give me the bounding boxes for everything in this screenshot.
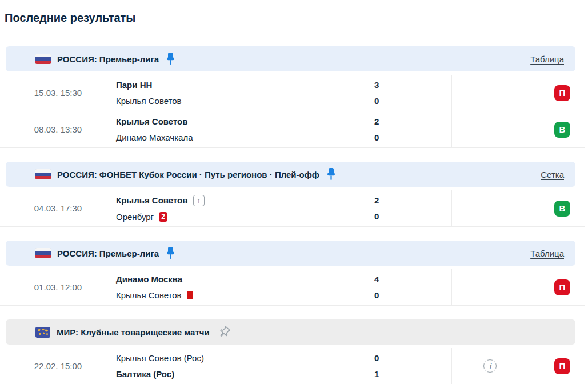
away-score: 0	[374, 290, 451, 301]
away-score: 0	[374, 132, 451, 143]
red-card-count-badge: 2	[159, 212, 167, 222]
league-title[interactable]: МИР: Клубные товарищеские матчи	[57, 327, 210, 337]
away-team: Балтика (Рос)	[116, 369, 374, 379]
away-team: Оренбург 2	[116, 211, 374, 222]
match-row[interactable]: 22.02. 15:00 Крылья Советов (Рос) Балтик…	[0, 348, 585, 384]
russia-flag-icon	[35, 169, 51, 179]
league-section: РОССИЯ: Премьер-лига Таблица 01.03. 12:0…	[0, 241, 585, 306]
team-name[interactable]: Оренбург	[116, 211, 154, 222]
league-section: РОССИЯ: ФОНБЕТ Кубок России · Путь регио…	[0, 162, 585, 227]
arrow-up-icon: ↑	[193, 195, 205, 206]
league-title[interactable]: РОССИЯ: ФОНБЕТ Кубок России · Путь регио…	[57, 170, 319, 179]
away-team: Динамо Махачкала	[116, 132, 374, 143]
pushpin-icon[interactable]	[165, 53, 176, 65]
team-name[interactable]: Крылья Советов	[116, 95, 182, 106]
away-team: Крылья Советов	[116, 95, 374, 106]
team-name[interactable]: Крылья Советов (Рос)	[116, 353, 204, 363]
away-score: 1	[374, 369, 451, 379]
results-panel: Последние результаты РОССИЯ: Премьер-лиг…	[0, 0, 585, 384]
page-title: Последние результаты	[0, 0, 585, 25]
info-icon[interactable]: i	[483, 359, 497, 373]
away-team: Крылья Советов	[116, 290, 374, 301]
result-badge-loss[interactable]: П	[554, 85, 570, 101]
team-name[interactable]: Крылья Советов	[116, 195, 188, 206]
team-name[interactable]: Динамо Махачкала	[116, 132, 193, 143]
league-header[interactable]: РОССИЯ: Премьер-лига Таблица	[6, 46, 575, 71]
home-team: Пари НН	[116, 79, 374, 90]
league-section: РОССИЯ: Премьер-лига Таблица 15.03. 15:3…	[0, 46, 585, 148]
home-team: Динамо Москва	[116, 274, 374, 285]
world-flag-icon	[35, 327, 50, 338]
league-title[interactable]: РОССИЯ: Премьер-лига	[57, 249, 159, 258]
red-card-icon	[187, 291, 193, 299]
result-badge-win[interactable]: В	[554, 122, 570, 138]
home-team: Крылья Советов ↑	[116, 195, 374, 206]
team-name[interactable]: Крылья Советов	[116, 116, 188, 127]
home-score: 2	[374, 116, 451, 127]
russia-flag-icon	[35, 54, 51, 64]
pushpin-outline-icon[interactable]	[215, 323, 233, 341]
result-badge-loss[interactable]: П	[554, 279, 570, 295]
home-score: 4	[374, 274, 451, 285]
pushpin-icon[interactable]	[326, 168, 337, 181]
away-score: 0	[374, 211, 451, 222]
league-title[interactable]: РОССИЯ: Премьер-лига	[57, 54, 159, 64]
match-row[interactable]: 15.03. 15:30 Пари НН Крылья Советов 3 0 …	[0, 75, 585, 111]
result-badge-loss[interactable]: П	[554, 358, 570, 374]
draw-link[interactable]: Сетка	[541, 170, 564, 179]
team-name[interactable]: Динамо Москва	[116, 274, 182, 285]
match-row[interactable]: 01.03. 12:00 Динамо Москва Крылья Совето…	[0, 269, 585, 306]
match-date: 15.03. 15:30	[0, 88, 116, 98]
match-date: 08.03. 13:30	[0, 125, 116, 134]
home-score: 2	[374, 195, 451, 206]
result-badge-win[interactable]: В	[554, 201, 570, 217]
away-score: 0	[374, 95, 451, 106]
home-score: 0	[374, 353, 451, 363]
match-date: 22.02. 15:00	[0, 361, 116, 371]
team-name[interactable]: Крылья Советов	[116, 290, 182, 301]
match-row[interactable]: 08.03. 13:30 Крылья Советов Динамо Махач…	[0, 111, 585, 148]
russia-flag-icon	[35, 248, 51, 258]
home-team: Крылья Советов (Рос)	[116, 353, 374, 363]
team-name[interactable]: Пари НН	[116, 79, 152, 90]
match-date: 01.03. 12:00	[0, 282, 116, 292]
match-date: 04.03. 17:30	[0, 203, 116, 213]
pushpin-icon[interactable]	[165, 247, 176, 259]
team-name[interactable]: Балтика (Рос)	[116, 369, 174, 379]
league-header[interactable]: РОССИЯ: ФОНБЕТ Кубок России · Путь регио…	[6, 162, 575, 187]
home-team: Крылья Советов	[116, 116, 374, 127]
standings-link[interactable]: Таблица	[530, 54, 564, 64]
league-section: МИР: Клубные товарищеские матчи 22.02. 1…	[0, 319, 585, 384]
league-header[interactable]: МИР: Клубные товарищеские матчи	[6, 319, 575, 345]
league-header[interactable]: РОССИЯ: Премьер-лига Таблица	[6, 241, 575, 266]
home-score: 3	[374, 79, 451, 90]
match-row[interactable]: 04.03. 17:30 Крылья Советов ↑ Оренбург 2…	[0, 190, 585, 227]
standings-link[interactable]: Таблица	[530, 249, 564, 258]
